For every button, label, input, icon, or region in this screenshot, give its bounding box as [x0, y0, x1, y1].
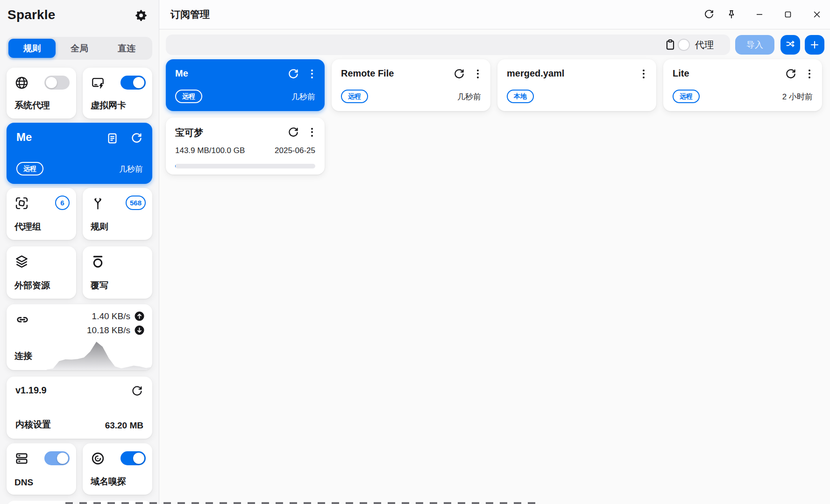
- gear-icon: [135, 9, 149, 22]
- settings-button[interactable]: [135, 8, 149, 22]
- proxy-checkbox-label: 代理: [695, 35, 714, 55]
- system-proxy-toggle[interactable]: [44, 76, 70, 90]
- profile-type-badge: 远程: [673, 90, 700, 103]
- rules-fork-icon: [91, 196, 105, 210]
- profile-name: Remote File: [341, 68, 394, 79]
- system-proxy-card[interactable]: 系统代理: [7, 68, 76, 119]
- tab-direct-mode[interactable]: 直连: [103, 39, 150, 58]
- use-proxy-checkbox[interactable]: [678, 35, 690, 55]
- edit-file-icon[interactable]: [106, 132, 119, 145]
- dns-toggle[interactable]: [44, 451, 70, 465]
- close-icon: [811, 9, 823, 20]
- more-menu-icon[interactable]: [306, 68, 318, 80]
- arrow-up-circle-icon: [134, 311, 145, 322]
- proxy-groups-card[interactable]: 6 代理组: [7, 188, 76, 240]
- profile-updated-time: 几秒前: [291, 91, 315, 102]
- profile-card-pokemon[interactable]: 宝可梦 143.9 MB/100.0 GB 2025-06-25: [166, 118, 325, 175]
- kernel-refresh-icon[interactable]: [131, 385, 143, 398]
- profile-card-me[interactable]: Me 远程 几秒前: [166, 59, 325, 111]
- profile-card-remote-file[interactable]: Remote File 远程 几秒前: [332, 59, 490, 111]
- traffic-progress-fill: [175, 164, 176, 168]
- profile-name: 宝可梦: [175, 126, 203, 139]
- main-header: 订阅管理: [159, 0, 830, 29]
- active-profile-card[interactable]: Me 远程 几秒前: [7, 123, 152, 184]
- outbound-mode-tabs: 规则 全局 直连: [7, 37, 152, 60]
- arrow-down-circle-icon: [134, 325, 145, 336]
- profile-card-merged-yaml[interactable]: merged.yaml 本地: [497, 59, 656, 111]
- sidebar: Sparkle 规则 全局 直连 系统代理: [0, 0, 159, 504]
- proxy-groups-label: 代理组: [14, 221, 41, 233]
- download-speed: 10.18 KB/s: [87, 325, 130, 336]
- import-button[interactable]: 导入: [735, 35, 774, 55]
- profile-type-badge: 远程: [341, 90, 368, 103]
- external-resources-card[interactable]: 外部资源: [7, 246, 76, 299]
- traffic-sparkline: [47, 340, 152, 370]
- profile-type-badge: 远程: [16, 162, 43, 175]
- globe-icon: [14, 76, 29, 90]
- tun-card[interactable]: 虚拟网卡: [83, 68, 152, 119]
- refresh-icon[interactable]: [453, 68, 465, 80]
- override-card[interactable]: 覆写: [83, 246, 152, 299]
- upload-speed: 1.40 KB/s: [92, 311, 130, 322]
- profile-type-badge: 远程: [175, 90, 202, 103]
- proxy-groups-count-badge: 6: [55, 196, 70, 210]
- override-icon: [91, 254, 105, 269]
- link-icon: [15, 312, 30, 327]
- refresh-icon: [703, 9, 715, 20]
- app-window: Sparkle 规则 全局 直连 系统代理: [0, 0, 830, 504]
- dns-card[interactable]: DNS: [7, 443, 76, 495]
- dns-label: DNS: [14, 477, 33, 488]
- maximize-button[interactable]: [781, 8, 795, 21]
- more-menu-icon[interactable]: [638, 68, 650, 80]
- sniff-card[interactable]: 域名嗅探: [83, 443, 152, 495]
- kernel-memory: 63.20 MB: [105, 420, 143, 431]
- tab-global-mode[interactable]: 全局: [56, 39, 103, 58]
- rules-label: 规则: [91, 221, 108, 233]
- sniff-toggle[interactable]: [121, 451, 146, 465]
- profile-name: Me: [175, 68, 188, 79]
- virtual-nic-icon: [91, 76, 105, 90]
- refresh-icon[interactable]: [287, 68, 299, 80]
- clipboard-icon: [664, 39, 676, 51]
- profile-card-lite[interactable]: Lite 远程 2 小时前: [663, 59, 822, 111]
- rules-count-badge: 568: [126, 196, 146, 210]
- sniffer-icon: [91, 451, 105, 466]
- kernel-settings-label: 内核设置: [15, 419, 51, 431]
- kernel-settings-card[interactable]: v1.19.9 内核设置 63.20 MB: [7, 377, 152, 439]
- refresh-icon[interactable]: [130, 132, 143, 145]
- profile-updated-time: 几秒前: [119, 164, 143, 175]
- profile-updated-time: 几秒前: [457, 91, 481, 102]
- sniff-label: 域名嗅探: [91, 476, 126, 488]
- shuffle-icon: [785, 39, 796, 50]
- more-menu-icon[interactable]: [472, 68, 484, 80]
- connections-card[interactable]: 1.40 KB/s 10.18 KB/s 连接: [7, 304, 152, 370]
- refresh-all-button[interactable]: [702, 8, 716, 21]
- profile-name: Lite: [673, 68, 689, 79]
- profile-name: merged.yaml: [507, 68, 564, 79]
- override-label: 覆写: [91, 280, 108, 292]
- pin-window-button[interactable]: [725, 8, 738, 21]
- close-button[interactable]: [810, 8, 823, 21]
- app-title: Sparkle: [7, 7, 56, 22]
- paste-from-clipboard-button[interactable]: [664, 35, 676, 55]
- subscription-search-input[interactable]: [166, 35, 730, 55]
- update-all-button[interactable]: [780, 35, 800, 55]
- profile-type-badge: 本地: [507, 90, 534, 103]
- refresh-icon[interactable]: [287, 126, 299, 139]
- proxy-group-icon: [14, 196, 29, 210]
- maximize-icon: [782, 9, 794, 20]
- minimize-button[interactable]: [753, 8, 766, 21]
- more-menu-icon[interactable]: [306, 126, 318, 138]
- rules-card[interactable]: 568 规则: [83, 188, 152, 240]
- profile-updated-time: 2025-06-25: [275, 146, 315, 155]
- tun-toggle[interactable]: [121, 76, 146, 90]
- add-subscription-button[interactable]: [805, 35, 824, 55]
- more-menu-icon[interactable]: [803, 68, 816, 80]
- page-title: 订阅管理: [170, 8, 210, 21]
- tab-rule-mode[interactable]: 规则: [8, 39, 56, 58]
- layers-icon: [14, 254, 29, 269]
- refresh-icon[interactable]: [785, 68, 797, 80]
- dns-server-icon: [14, 451, 29, 466]
- background-window-artifact: [65, 502, 537, 504]
- kernel-version: v1.19.9: [15, 385, 47, 396]
